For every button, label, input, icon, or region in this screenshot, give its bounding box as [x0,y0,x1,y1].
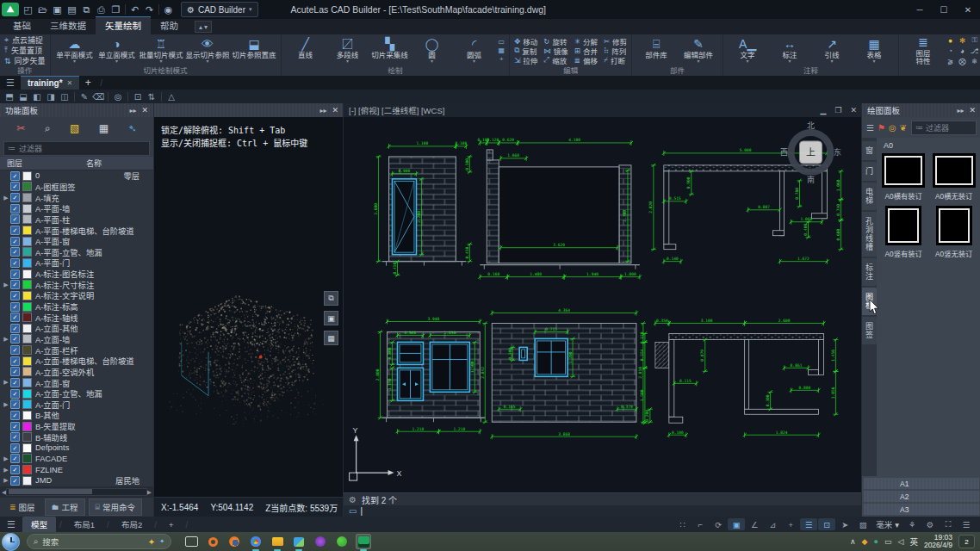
cursor-style-toggle[interactable]: ➤ [836,518,853,530]
offset-button[interactable]: ≣偏移 [574,56,598,65]
text-button[interactable]: A▁文字▾ [728,36,767,65]
erase-icon[interactable]: ⌫ [91,92,105,102]
ortho-toggle[interactable]: ⌐ [692,518,709,530]
point-cloud-view[interactable] [154,150,344,497]
tray-clock[interactable]: 19:03 2026/4/9 [924,534,952,549]
layer-freeze-icon[interactable]: ✻ [958,36,967,45]
feather-icon[interactable]: ➴ [128,122,137,134]
layer-row[interactable]: ▶✓FACADE [0,454,153,465]
trim-button[interactable]: ✂修剪 [604,37,627,46]
expand-icon[interactable]: ▶ [2,467,10,474]
close-icon[interactable]: ✕ [332,106,338,115]
layer-row[interactable]: ✓A-立面-其他 [0,323,153,334]
layer-visible-checkbox[interactable]: ✓ [10,356,20,366]
layer-visible-checkbox[interactable]: ✓ [10,237,20,246]
copy-button[interactable]: ⧉复制 [514,46,537,55]
show-slice-ref-button[interactable]: 👁显示切片参照▾ [186,36,230,65]
layer-lock-icon[interactable]: ⚿ [970,35,979,45]
layer-color-swatch[interactable] [22,302,32,312]
layer-row[interactable]: ✓A-平面-楼梯电梯、台阶坡道 [0,225,153,236]
print-icon[interactable]: ⎙ [94,3,109,16]
layer-row[interactable]: ✓A-标注-轴线 [0,312,153,323]
ribbon-tab-帮助[interactable]: 帮助 [151,17,188,34]
display-icon[interactable]: ▭ [884,537,892,546]
layer-color-swatch[interactable] [22,204,32,214]
selection-cycle-toggle[interactable]: ⊡ [818,518,835,530]
layer-visible-checkbox[interactable]: ✓ [10,411,20,420]
layer-visible-checkbox[interactable]: ✓ [10,378,20,387]
snap-frame-icon[interactable]: ⊡ [131,92,145,102]
workspace-selector[interactable]: ⚙ CAD Builder ▾ [181,2,258,17]
layer-row[interactable]: ✓A-平面-立管、地漏 [0,246,153,257]
category-tab-孔洞线槽[interactable]: 孔洞线槽 [862,212,877,257]
dimension-button[interactable]: ↔标注▾ [770,36,809,65]
view-front-icon[interactable]: ⬓ [16,92,30,102]
table-button[interactable]: ▦表格▾ [854,36,894,65]
part-library-button[interactable]: ⌸部件库 [636,36,676,65]
layer-row[interactable]: ✓A-平面-柱 [0,214,153,226]
expand-icon[interactable]: ▶ [2,455,10,462]
move-button[interactable]: ✥移动 [514,37,537,46]
widgets-app-icon[interactable] [183,534,199,549]
layer-visible-checkbox[interactable]: ✓ [10,247,20,257]
rotate-button[interactable]: ↻旋转 [543,37,568,46]
status-menu-icon[interactable]: ☰ [0,519,22,530]
expand-icon[interactable]: ▶ [2,379,10,386]
ribbon-collapse-control[interactable]: ▴▾ [195,21,212,33]
layer-delete-icon[interactable]: ⨂ [958,57,967,65]
explorer-icon[interactable] [270,534,285,549]
single-plane-mode-button[interactable]: ☁单平面模式▾ [55,36,95,65]
layer-color-swatch[interactable] [22,226,32,235]
tab-project[interactable]: 🖿工程 [45,498,85,516]
layer-visible-checkbox[interactable]: ✓ [10,422,20,431]
layer-color-swatch[interactable] [22,345,32,355]
photos-icon[interactable] [291,534,307,549]
search-image-icon[interactable]: ⌕ [45,122,51,134]
layer-color-swatch[interactable] [22,214,32,224]
array-button[interactable]: ⠷阵列 [604,46,627,55]
layer-row[interactable]: ✓A-平面-墙 [0,203,153,214]
layer-row[interactable]: ✓A-立面-立管、地漏 [0,388,153,399]
layer-walk-icon[interactable]: ⎇ [970,46,979,55]
horizontal-scrollbar[interactable]: ◀ ▶ [0,486,153,498]
maximize-button[interactable]: ☐ [932,0,956,19]
block-card[interactable]: A0横无装订 [933,153,977,201]
grid-toggle[interactable]: ∷ [673,518,691,530]
layer-color-swatch[interactable] [22,476,32,486]
stretch-button[interactable]: ⇲拉伸 [514,56,537,65]
viewport-label[interactable]: [-] [俯视] [二维线框] [WCS] [349,104,444,116]
layer-color-swatch[interactable] [22,367,32,376]
layer-filter-input[interactable]: ≔ 过滤器 [3,141,150,156]
drawing-canvas[interactable]: 1.1000.1000.9003.6000.5000.4502.2000.450… [344,117,862,492]
layer-visible-checkbox[interactable]: ✓ [10,443,20,453]
new-file-icon[interactable]: ◰ [21,3,35,16]
block-card[interactable]: A0横有装订 [882,153,926,201]
command-input-line[interactable]: ▭ | [344,505,862,517]
table-icon[interactable]: ▦ [99,122,109,134]
layout-tab-布局1[interactable]: 布局1 [65,517,103,532]
cloud-layers-icon[interactable]: ▦ [324,331,338,345]
layer-row[interactable]: ✓B-矢量提取 [0,421,153,432]
layer-visible-checkbox[interactable]: ✓ [10,367,20,376]
snapshot-icon[interactable]: ⧉ [324,291,338,306]
layer-color-swatch[interactable] [22,324,32,333]
caret-up-icon[interactable]: ▴ [199,23,202,31]
layer-visible-checkbox[interactable]: ✓ [10,226,20,235]
scrollbar-thumb[interactable] [9,489,92,494]
lineweight-toggle[interactable]: ☰ [800,518,817,530]
line-button[interactable]: ╱直线 [286,36,326,65]
volume-icon[interactable]: ◁ [897,537,903,546]
layer-row[interactable]: ▶✓A-立面-墙 [0,334,153,345]
layer-row[interactable]: ✓A-图框图签 [0,182,153,193]
layer-color-swatch[interactable] [22,334,32,344]
close-icon[interactable]: ✕ [141,106,148,115]
prism-icon[interactable]: △ [164,92,178,102]
block-filter-input[interactable]: ≔ 过滤器 [911,121,977,135]
ribbon-tab-基础[interactable]: 基础 [3,17,40,34]
layer-row[interactable]: ▶✓A-立面-门 [0,399,153,410]
layer-merge-icon[interactable]: ⫺ [946,57,955,65]
layer-visible-checkbox[interactable]: ✓ [10,214,20,224]
dyn-input-toggle[interactable]: ⊿ [764,518,781,530]
document-tab[interactable]: training* ✕ [21,76,79,90]
block-card[interactable]: A0竖有装订 [882,206,926,258]
